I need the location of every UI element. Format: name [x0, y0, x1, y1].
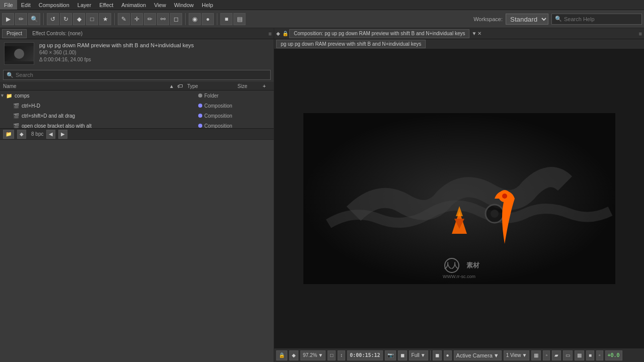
search-input[interactable] — [564, 16, 634, 22]
channels-btn[interactable]: ● — [444, 350, 452, 360]
toggle-masks-btn[interactable]: ▫ — [543, 350, 550, 360]
col-type-header: Type — [187, 83, 237, 89]
new-comp-btn[interactable]: ◆ — [17, 130, 26, 139]
new-folder-btn[interactable]: 📁 — [3, 130, 14, 139]
show-snapshot-btn[interactable]: ◼ — [398, 350, 407, 360]
menu-effect[interactable]: Effect — [95, 0, 117, 10]
camera-dropdown[interactable]: Active Camera ▼ — [454, 350, 502, 360]
menu-view[interactable]: View — [150, 0, 170, 10]
menu-bar: File Edit Composition Layer Effect Anima… — [0, 0, 644, 10]
toolbar-separator-1 — [43, 13, 44, 25]
menu-composition[interactable]: Composition — [35, 0, 73, 10]
view-layout-btn[interactable]: ▦ — [531, 350, 541, 360]
menu-layer[interactable]: Layer — [73, 0, 96, 10]
composition-icon: 🎬 — [12, 112, 20, 120]
toolbar: ▶ ✏ 🔍 ↺ ↻ ◆ □ ★ ✎ ✛ ✏ ⚯ ◻ ◉ ● ■ ▤ Worksp… — [0, 10, 644, 28]
tool-new-layer[interactable]: □ — [86, 13, 98, 25]
view-3d-btn[interactable]: ▭ — [563, 350, 573, 360]
list-item[interactable]: ▼ 📁 comps Folder — [0, 90, 274, 101]
tool-anchor[interactable]: ✛ — [131, 13, 143, 25]
tool-zoom[interactable]: 🔍 — [28, 13, 40, 25]
search-icon: 🔍 — [555, 16, 562, 22]
menu-window[interactable]: Window — [170, 0, 198, 10]
vc-separator — [430, 350, 431, 360]
view-value: 1 View — [506, 352, 521, 358]
tool-undo[interactable]: ↺ — [47, 13, 59, 25]
tool-new-comp[interactable]: ◆ — [73, 13, 85, 25]
guides-btn[interactable]: ■ — [586, 350, 594, 360]
zoom-display[interactable]: 97.2% ▼ — [300, 350, 326, 360]
toolbar-separator-4 — [217, 13, 217, 25]
project-info: pg up pg down RAM preview with shift B a… — [0, 39, 274, 68]
watermark: 人人 素材 WWW.rr-sc.com — [439, 256, 479, 279]
tool-brush[interactable]: ✏ — [144, 13, 156, 25]
zoom-value: 97.2% — [303, 352, 317, 358]
project-search-box[interactable]: 🔍 — [3, 70, 271, 80]
comp-dropdown-btn[interactable]: ▼ — [471, 31, 476, 36]
menu-help[interactable]: Help — [198, 0, 217, 10]
transparency-btn[interactable]: ◼ — [433, 350, 442, 360]
list-item[interactable]: ▶ 🎬 ctrl+H-D Composition — [0, 101, 274, 111]
comp-lock-icon: 🔒 — [282, 31, 288, 36]
quality-value: Full — [412, 352, 420, 358]
comp-flow-btn[interactable]: ◆ — [289, 350, 298, 360]
draft-3d-btn[interactable]: ▰ — [552, 350, 561, 360]
project-comp-name: pg up pg down RAM preview with shift B a… — [39, 42, 270, 48]
viewport-canvas: 人人 素材 WWW.rr-sc.com — [274, 49, 644, 348]
comp-panel-tab[interactable]: Composition: pg up pg down RAM preview w… — [289, 29, 469, 38]
tool-pen[interactable]: ✎ — [118, 13, 130, 25]
left-scroll-btn[interactable]: ◀ — [46, 130, 55, 139]
list-item[interactable]: ▶ 🎬 open close bracket also with alt Com… — [0, 121, 274, 128]
pixel-aspect-btn[interactable]: ↕ — [338, 350, 345, 360]
tool-extra2[interactable]: ▤ — [233, 13, 246, 25]
tool-effects[interactable]: ★ — [99, 13, 111, 25]
tool-puppet[interactable]: ● — [202, 13, 214, 25]
tool-extra1[interactable]: ■ — [220, 13, 232, 25]
quality-select[interactable]: Full ▼ — [409, 350, 428, 360]
snapshot-btn[interactable]: 📷 — [385, 350, 396, 360]
file-type-label: Composition — [198, 103, 249, 109]
fit-btn[interactable]: □ — [328, 350, 336, 360]
quality-dropdown-icon: ▼ — [421, 352, 426, 358]
tool-redo[interactable]: ↻ — [60, 13, 72, 25]
menu-animation[interactable]: Animation — [117, 0, 150, 10]
rulers-btn[interactable]: ▫ — [596, 350, 603, 360]
tool-clone[interactable]: ⚯ — [157, 13, 169, 25]
tab-project[interactable]: Project — [2, 29, 27, 38]
add-icon[interactable]: + — [263, 83, 271, 89]
right-scroll-btn[interactable]: ▶ — [58, 130, 67, 139]
tool-select[interactable]: ▶ — [2, 13, 14, 25]
comp-subtab[interactable]: pg up pg down RAM preview with shift B a… — [276, 40, 426, 48]
col-name-header[interactable]: Name — [3, 83, 169, 89]
left-panel-options[interactable]: ≡ — [269, 31, 272, 37]
timecode-display[interactable]: 0:00:15:12 — [347, 350, 382, 360]
tool-hand[interactable]: ✏ — [15, 13, 27, 25]
view-select[interactable]: 1 View ▼ — [504, 350, 530, 360]
bpc-label: 8 bpc — [31, 131, 43, 137]
tool-eraser[interactable]: ◻ — [170, 13, 182, 25]
comp-subtab-bar: pg up pg down RAM preview with shift B a… — [274, 39, 644, 49]
list-item[interactable]: ▶ 🎬 ctrl+shift+D and alt drag Compositio… — [0, 111, 274, 121]
file-list-header: Name ▲ 🏷 Type Size + — [0, 82, 274, 90]
search-box[interactable]: 🔍 — [551, 14, 642, 25]
comp-panel-options[interactable]: ≡ — [639, 31, 642, 37]
project-resolution: 640 × 360 (1.00) — [39, 49, 270, 56]
exposure-btn[interactable]: +0.0 — [605, 350, 622, 360]
workspace-select[interactable]: Standard — [506, 14, 548, 25]
menu-file[interactable]: File — [0, 0, 17, 10]
composition-icon: 🎬 — [12, 102, 20, 110]
project-duration: Δ 0:00:04:16, 24.00 fps — [39, 56, 270, 63]
viewport-controls: 🔒 ◆ 97.2% ▼ □ ↕ 0:00:15:12 📷 ◼ Full ▼ ◼ … — [274, 348, 644, 362]
folder-icon: 📁 — [5, 92, 13, 100]
tool-roto[interactable]: ◉ — [189, 13, 201, 25]
file-list: ▼ 📁 comps Folder ▶ 🎬 ctrl+H-D Compositio… — [0, 90, 274, 128]
grid-btn[interactable]: ▦ — [575, 350, 584, 360]
comp-close-btn[interactable]: ✕ — [477, 31, 481, 36]
svg-point-6 — [502, 194, 507, 199]
menu-edit[interactable]: Edit — [17, 0, 35, 10]
comp-icon: ◆ — [276, 31, 280, 36]
tab-effect-controls[interactable]: Effect Controls: (none) — [28, 29, 87, 38]
comp-lock-btn[interactable]: 🔒 — [276, 350, 287, 360]
project-search-input[interactable] — [16, 72, 267, 78]
comp-panel-header: ◆ 🔒 Composition: pg up pg down RAM previ… — [274, 28, 644, 39]
